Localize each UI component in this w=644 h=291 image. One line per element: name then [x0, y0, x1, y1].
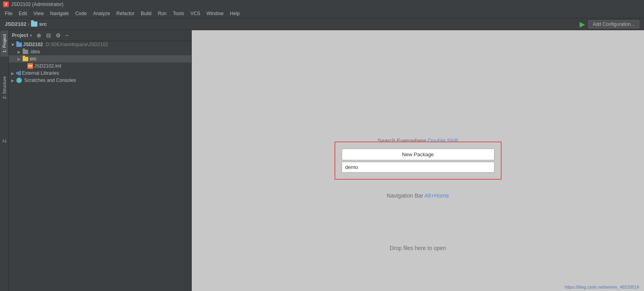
panel-title-dropdown[interactable]: Project ▼ [12, 33, 33, 38]
breadcrumb: JSD2102 › src [5, 21, 47, 27]
menu-refactor[interactable]: Refactor [113, 10, 138, 17]
panel-title: Project [12, 33, 28, 38]
menu-edit[interactable]: Edit [16, 10, 30, 17]
scratches-expand-icon: ▶ [10, 78, 15, 83]
hide-panel-icon[interactable]: − [64, 32, 70, 39]
idea-folder-icon [23, 50, 28, 54]
app-icon: J [3, 2, 9, 7]
extlibs-icon [16, 71, 21, 76]
src-name: src [29, 56, 37, 62]
tree-iml-file[interactable]: iml JSD2102.iml [9, 62, 191, 70]
root-name: JSD2102 [23, 42, 43, 47]
bottom-url[interactable]: https://blog.csdn.net/weixin_48233516 [565, 285, 639, 289]
menu-navigate[interactable]: Navigate [47, 10, 72, 17]
menu-bar: File Edit View Navigate Code Analyze Ref… [0, 9, 644, 18]
extlibs-name: External Libraries [22, 70, 59, 76]
main-content-area: Search Everywhere Double Shift Go to Fil… [192, 30, 644, 291]
settings-icon[interactable]: ⚙ [54, 32, 62, 39]
collapse-icon[interactable]: ⊟ [45, 32, 52, 39]
dropdown-arrow-icon: ▼ [29, 33, 33, 38]
menu-window[interactable]: Window [203, 10, 227, 17]
tree-root[interactable]: ▼ JSD2102 D:\IDEA\workspace\JSD2102 [9, 41, 191, 48]
sidebar-tab-project[interactable]: 1: Project [0, 30, 8, 56]
extlibs-expand-icon: ▶ [10, 71, 15, 76]
src-folder-icon-tree [23, 57, 28, 61]
src-folder-icon [31, 21, 37, 27]
hint-navbar: Navigation Bar Alt+Home [387, 192, 449, 199]
package-name-input[interactable] [342, 162, 494, 173]
add-configuration-button[interactable]: Add Configuration... [588, 20, 639, 28]
menu-tools[interactable]: Tools [170, 10, 187, 17]
sidebar-tab-z[interactable]: Z: [0, 135, 8, 147]
menu-view[interactable]: View [30, 10, 47, 17]
run-arrow-icon[interactable]: ▶ [580, 20, 585, 29]
tree-external-libs[interactable]: ▶ External Libraries [9, 70, 191, 77]
menu-run[interactable]: Run [155, 10, 170, 17]
scratches-name: Scratches and Consoles [24, 78, 76, 83]
project-panel: Project ▼ ⊕ ⊟ ⚙ − ▼ JSD2102 D:\IDEA\work… [9, 30, 192, 291]
tree-idea-folder[interactable]: ▶ .idea [9, 48, 191, 55]
root-expand-icon: ▼ [10, 43, 15, 47]
root-path: D:\IDEA\workspace\JSD2102 [46, 42, 108, 47]
hint-navbar-text: Navigation Bar [387, 192, 423, 199]
title-bar-text: JSD2102 (Administrator) [11, 2, 63, 7]
menu-help[interactable]: Help [227, 10, 243, 17]
menu-code[interactable]: Code [72, 10, 90, 17]
breadcrumb-right: ▶ Add Configuration... [580, 20, 639, 29]
menu-file[interactable]: File [2, 10, 16, 17]
breadcrumb-sep: › [28, 21, 29, 27]
tree-scratches[interactable]: ▶ Scratches and Consoles [9, 77, 191, 84]
hint-navbar-shortcut: Alt+Home [424, 192, 449, 199]
idea-name: .idea [29, 49, 40, 54]
add-folder-icon[interactable]: ⊕ [35, 32, 43, 39]
menu-vcs[interactable]: VCS [187, 10, 204, 17]
idea-expand-icon: ▶ [17, 50, 21, 54]
new-package-dialog: New Package [335, 142, 502, 180]
scratches-icon [16, 78, 22, 83]
file-tree: ▼ JSD2102 D:\IDEA\workspace\JSD2102 ▶ .i… [9, 41, 191, 291]
main-layout: 1: Project 2: Structure Z: Project ▼ ⊕ ⊟… [0, 30, 644, 291]
src-expand-icon: ▶ [17, 57, 21, 61]
breadcrumb-project[interactable]: JSD2102 [5, 21, 26, 27]
dialog-label: New Package [342, 149, 494, 160]
dialog-inner: New Package [342, 149, 494, 173]
iml-name: JSD2102.iml [34, 63, 61, 69]
menu-build[interactable]: Build [138, 10, 155, 17]
menu-analyze[interactable]: Analyze [90, 10, 113, 17]
dialog-overlay: New Package [192, 30, 644, 291]
drop-hint: Drop files here to open [390, 245, 446, 251]
left-side-tabs: 1: Project 2: Structure Z: [0, 30, 9, 291]
breadcrumb-bar: JSD2102 › src ▶ Add Configuration... [0, 18, 644, 30]
title-bar: J JSD2102 (Administrator) [0, 0, 644, 9]
sidebar-tab-structure[interactable]: 2: Structure [0, 72, 8, 103]
breadcrumb-src[interactable]: src [39, 21, 47, 27]
iml-file-icon: iml [27, 63, 33, 69]
tree-src-folder[interactable]: ▶ src [9, 55, 191, 62]
panel-header: Project ▼ ⊕ ⊟ ⚙ − [9, 30, 191, 41]
root-folder-icon [16, 43, 22, 47]
